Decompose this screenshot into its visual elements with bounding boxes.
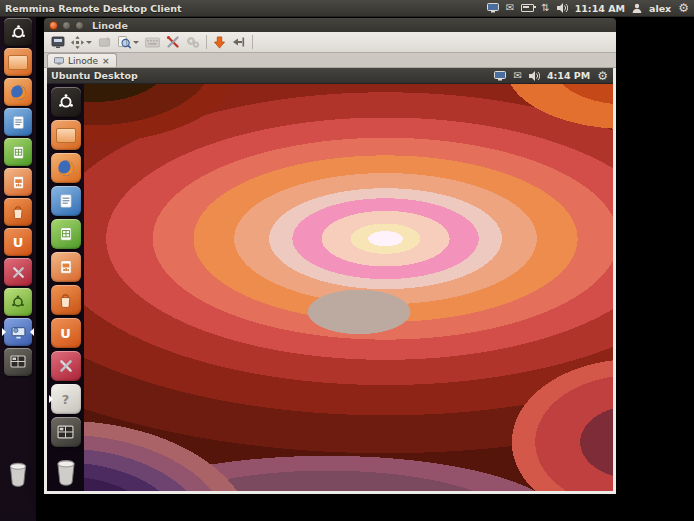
libreoffice-impress-icon [51, 252, 81, 282]
launcher-item-trash[interactable] [4, 460, 32, 488]
launcher-item-ubuntu-green[interactable] [4, 288, 32, 316]
remmina-toolbar [44, 32, 616, 53]
libreoffice-calc-icon [51, 219, 81, 249]
remote-launcher-item-system-settings[interactable] [51, 351, 81, 381]
ubuntu-one-glyph: U [13, 235, 24, 250]
host-username[interactable]: alex [649, 3, 671, 14]
remote-wallpaper[interactable] [84, 84, 613, 491]
question-glyph: ? [62, 392, 70, 407]
remote-launcher-item-ubuntu-one[interactable]: U [51, 318, 81, 348]
firefox-icon [4, 78, 32, 106]
ubuntu-one-icon: U [51, 318, 81, 348]
remote-top-panel: Ubuntu Desktop ✉ 4:14 PM ⚙ [47, 68, 613, 84]
disconnect-button[interactable] [232, 36, 246, 48]
remote-volume-indicator-icon[interactable] [529, 71, 540, 81]
battery-indicator-icon[interactable] [521, 4, 534, 12]
scaled-mode-button[interactable] [98, 36, 111, 49]
remote-session-gear-icon[interactable]: ⚙ [597, 70, 608, 82]
network-indicator-icon[interactable]: ⇅ [541, 3, 549, 13]
tab-linode[interactable]: Linode × [47, 53, 117, 67]
home-folder-icon [4, 48, 32, 76]
mail-indicator-icon[interactable]: ✉ [506, 3, 514, 13]
minimize-button[interactable] [62, 21, 71, 30]
system-settings-icon [51, 351, 81, 381]
remmina-window: Linode [44, 18, 616, 492]
running-indicator-arrow [2, 328, 10, 336]
ubuntu-software-center-icon [4, 198, 32, 226]
remote-desktop-indicator-icon[interactable] [487, 3, 499, 13]
remote-launcher-item-dash-home[interactable] [51, 87, 81, 117]
volume-indicator-icon[interactable] [557, 3, 568, 13]
remote-desktop-area: U ? [47, 84, 613, 491]
remote-viewport: Ubuntu Desktop ✉ 4:14 PM ⚙ [44, 68, 616, 494]
dash-home-icon [51, 87, 81, 117]
toolbar-separator [252, 35, 253, 49]
launcher-item-ubuntu-one[interactable]: U [4, 228, 32, 256]
trash-icon [4, 460, 32, 488]
window-title: Linode [92, 20, 128, 31]
tab-label: Linode [68, 56, 98, 66]
launcher-item-home-folder[interactable] [4, 48, 32, 76]
maximize-button[interactable] [75, 21, 84, 30]
connection-tabbar: Linode × [44, 53, 616, 68]
remote-launcher-item-libreoffice-impress[interactable] [51, 252, 81, 282]
launcher-item-dash-home[interactable] [4, 18, 32, 46]
remote-launcher-item-home-folder[interactable] [51, 120, 81, 150]
remote-mail-indicator-icon[interactable]: ✉ [513, 71, 521, 81]
launcher-item-firefox[interactable] [4, 78, 32, 106]
running-indicator-arrow [49, 395, 57, 403]
retract-button[interactable] [213, 36, 226, 49]
active-app-title: Remmina Remote Desktop Client [5, 3, 181, 14]
remote-launcher-item-libreoffice-calc[interactable] [51, 219, 81, 249]
screenshot-button[interactable] [117, 35, 139, 49]
ubuntu-software-center-icon [51, 285, 81, 315]
remote-launcher-item-firefox[interactable] [51, 153, 81, 183]
remote-launcher-item-libreoffice-writer[interactable] [51, 186, 81, 216]
tab-close-icon[interactable]: × [102, 56, 110, 66]
user-icon[interactable] [632, 3, 642, 13]
launcher-item-remmina[interactable] [4, 318, 32, 346]
launcher-item-system-settings[interactable] [4, 258, 32, 286]
gears-button[interactable] [186, 36, 200, 49]
remmina-titlebar[interactable]: Linode [44, 18, 616, 32]
focused-indicator-arrow [26, 328, 34, 336]
remote-launcher: U ? [47, 84, 84, 491]
remote-session-indicator-icon[interactable] [494, 71, 506, 81]
remote-panel-title: Ubuntu Desktop [51, 70, 138, 81]
tools-button[interactable] [166, 35, 180, 49]
fit-window-dropdown-icon[interactable] [86, 41, 92, 47]
close-button[interactable] [49, 21, 58, 30]
screenshot-dropdown-icon[interactable] [133, 41, 139, 47]
remote-launcher-item-ubuntu-software-center[interactable] [51, 285, 81, 315]
session-gear-icon[interactable]: ⚙ [678, 2, 689, 14]
launcher-item-libreoffice-impress[interactable] [4, 168, 32, 196]
keyboard-grab-button[interactable] [145, 37, 160, 48]
remote-launcher-item-workspace-switcher[interactable] [51, 417, 81, 447]
host-indicator-tray: ✉ ⇅ 11:14 AM alex ⚙ [487, 2, 694, 14]
host-desktop-background[interactable]: Remmina Remote Desktop Client ✉ ⇅ 11:14 … [0, 0, 694, 521]
remote-indicator-tray: ✉ 4:14 PM ⚙ [494, 70, 613, 82]
launcher-item-libreoffice-calc[interactable] [4, 138, 32, 166]
fit-window-button[interactable] [71, 36, 92, 49]
remote-launcher-item-unknown-window[interactable]: ? [51, 384, 81, 414]
launcher-item-workspace-switcher[interactable] [4, 348, 32, 376]
libreoffice-writer-icon [51, 186, 81, 216]
workspace-switcher-icon [4, 348, 32, 376]
home-folder-icon [51, 120, 81, 150]
dash-home-icon [4, 18, 32, 46]
host-clock[interactable]: 11:14 AM [575, 3, 625, 14]
launcher-item-libreoffice-writer[interactable] [4, 108, 32, 136]
host-launcher: U [0, 16, 36, 521]
libreoffice-writer-icon [4, 108, 32, 136]
remote-launcher-item-trash[interactable] [51, 457, 81, 487]
libreoffice-impress-icon [4, 168, 32, 196]
libreoffice-calc-icon [4, 138, 32, 166]
host-top-panel: Remmina Remote Desktop Client ✉ ⇅ 11:14 … [0, 0, 694, 17]
remote-clock[interactable]: 4:14 PM [547, 70, 590, 81]
toolbar-separator [206, 35, 207, 49]
fullscreen-button[interactable] [51, 35, 65, 49]
launcher-item-ubuntu-software-center[interactable] [4, 198, 32, 226]
ubuntu-one-icon: U [4, 228, 32, 256]
ubuntu-green-icon [4, 288, 32, 316]
workspace-switcher-icon [51, 417, 81, 447]
